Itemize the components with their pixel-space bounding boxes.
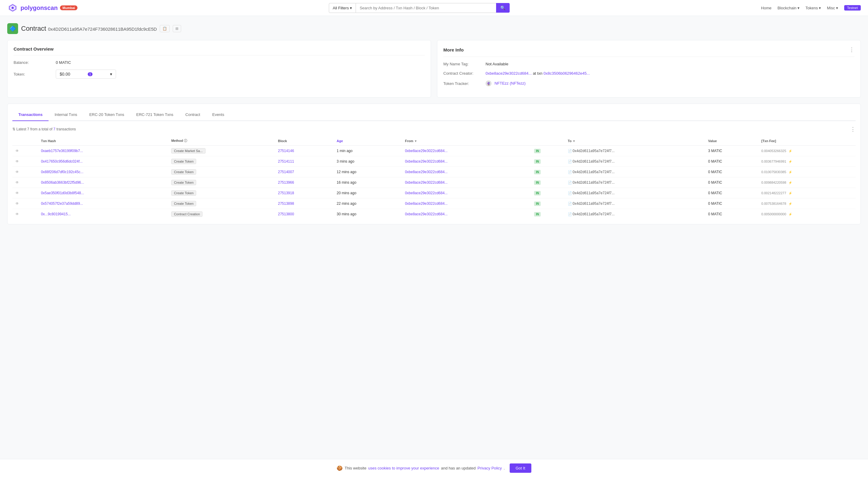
txn-hash-link[interactable]: 0x5ae350f01d0d3b8f548... <box>41 191 84 195</box>
row-to-5: 📄0x4d2d611a95a7e724f7... <box>565 199 705 209</box>
txn-hash-link[interactable]: 0xaeb1757e36199f09b7... <box>41 149 83 153</box>
info-panels: Contract Overview Balance: 0 MATIC Token… <box>7 40 861 98</box>
more-options-button[interactable]: ⋮ <box>849 46 855 53</box>
transactions-section: TransactionsInternal TxnsERC-20 Token Tx… <box>7 104 861 224</box>
row-eye-0[interactable]: 👁 <box>12 146 38 156</box>
page-title: Contract 0x4D2D611a95A7e724F736028611BA9… <box>21 25 157 33</box>
qr-code-button[interactable]: ⊞ <box>173 25 181 32</box>
testnet-badge: Testnet <box>844 5 861 10</box>
lightning-icon: ⚡ <box>788 213 792 216</box>
txn-hash-link[interactable]: 0x8506ab3663bf22f5d96... <box>41 180 84 184</box>
block-link[interactable]: 27514146 <box>278 149 294 153</box>
from-address-link[interactable]: 0xbe8ace29e3022cd684... <box>405 180 447 184</box>
col-age: Age <box>334 136 402 146</box>
from-address-link[interactable]: 0xbe8ace29e3022cd684... <box>405 149 447 153</box>
table-options-button[interactable]: ⋮ <box>850 126 856 133</box>
tracker-link[interactable]: NFTEzz (NFTezz) <box>495 81 526 86</box>
block-link[interactable]: 27514007 <box>278 170 294 174</box>
to-address-link[interactable]: 0x4d2d611a95a7e724f7... <box>572 159 615 164</box>
eye-icon[interactable]: 👁 <box>16 201 19 206</box>
table-row: 👁 0x5ae350f01d0d3b8f548... Create Token … <box>12 188 856 199</box>
from-address-link[interactable]: 0xbe8ace29e3022cd684... <box>405 159 447 164</box>
svg-point-2 <box>11 7 13 9</box>
contract-icon: 🔷 <box>7 23 18 34</box>
to-address-link[interactable]: 0x4d2d611a95a7e724f7... <box>572 191 615 195</box>
eye-icon[interactable]: 👁 <box>16 149 19 153</box>
row-eye-5[interactable]: 👁 <box>12 199 38 209</box>
row-eye-1[interactable]: 👁 <box>12 156 38 167</box>
search-button[interactable]: 🔍 <box>496 3 510 13</box>
from-address-link[interactable]: 0xbe8ace29e3022cd684... <box>405 170 447 174</box>
tracker-value: 🔮 NFTEzz (NFTezz) <box>486 80 526 87</box>
row-eye-3[interactable]: 👁 <box>12 177 38 188</box>
tab-erc-20-token-txns[interactable]: ERC-20 Token Txns <box>83 109 130 121</box>
total-count: 7 <box>53 127 56 131</box>
row-fee-1: 0.003677946991 ⚡ <box>758 156 856 167</box>
row-eye-6[interactable]: 👁 <box>12 209 38 219</box>
txn-hash-link[interactable]: 0x574057f2e37a59dd89... <box>41 201 83 206</box>
creator-txn-link[interactable]: 0x8c3506b06296462e45... <box>544 71 590 76</box>
row-hash-4: 0x5ae350f01d0d3b8f548... <box>38 188 168 199</box>
to-address-link[interactable]: 0x4d2d611a95a7e724f7... <box>572 212 615 216</box>
block-link[interactable]: 27513918 <box>278 191 294 195</box>
tab-events[interactable]: Events <box>206 109 230 121</box>
direction-badge: IN <box>534 159 541 164</box>
row-method-1: Create Token <box>168 156 275 167</box>
row-hash-2: 0x88f206d7df0c192c45c... <box>38 167 168 177</box>
header: polygonscan Mumbai All Filters ▾ 🔍 Home … <box>0 0 868 16</box>
search-input[interactable] <box>356 3 496 13</box>
txn-hash-link[interactable]: 0x...9c80199415... <box>41 212 71 216</box>
from-address-link[interactable]: 0xbe8ace29e3022cd684... <box>405 191 447 195</box>
row-eye-4[interactable]: 👁 <box>12 188 38 199</box>
row-hash-0: 0xaeb1757e36199f09b7... <box>38 146 168 156</box>
contract-overview-panel: Contract Overview Balance: 0 MATIC Token… <box>7 40 431 98</box>
creator-address-link[interactable]: 0xbe8ace29e3022cd684... <box>486 71 532 76</box>
balance-row: Balance: 0 MATIC <box>13 60 425 65</box>
table-meta: ⇅ Latest 7 from a total of 7 transaction… <box>12 126 856 133</box>
nav-tokens[interactable]: Tokens ▾ <box>806 6 821 10</box>
to-filter-icon: ▼ <box>572 139 575 143</box>
block-link[interactable]: 27513898 <box>278 201 294 206</box>
from-address-link[interactable]: 0xbe8ace29e3022cd684... <box>405 201 447 206</box>
nav-misc[interactable]: Misc ▾ <box>827 6 838 10</box>
row-block-6: 27513800 <box>275 209 334 219</box>
method-badge: Create Token <box>171 180 196 185</box>
col-txn-hash: Txn Hash <box>38 136 168 146</box>
eye-icon[interactable]: 👁 <box>16 159 19 164</box>
block-link[interactable]: 27513966 <box>278 180 294 184</box>
filter-button[interactable]: All Filters ▾ <box>329 3 356 13</box>
to-address-link[interactable]: 0x4d2d611a95a7e724f7... <box>572 180 615 184</box>
chevron-down-icon: ▾ <box>350 6 352 10</box>
eye-icon[interactable]: 👁 <box>16 170 19 174</box>
eye-icon[interactable]: 👁 <box>16 180 19 184</box>
row-method-4: Create Token <box>168 188 275 199</box>
tab-internal-txns[interactable]: Internal Txns <box>49 109 83 121</box>
row-from-3: 0xbe8ace29e3022cd684... <box>402 177 531 188</box>
row-age-6: 30 mins ago <box>334 209 402 219</box>
row-hash-6: 0x...9c80199415... <box>38 209 168 219</box>
tab-contract[interactable]: Contract <box>179 109 206 121</box>
txn-hash-link[interactable]: 0x88f206d7df0c192c45c... <box>41 170 84 174</box>
nav-home[interactable]: Home <box>761 6 772 10</box>
from-address-link[interactable]: 0xbe8ace29e3022cd684... <box>405 212 447 216</box>
method-badge: Create Token <box>171 159 196 164</box>
nav-blockchain[interactable]: Blockchain ▾ <box>778 6 800 10</box>
creator-label: Contract Creator: <box>443 71 486 76</box>
txn-hash-link[interactable]: 0x417650c956d6dc024f... <box>41 159 83 164</box>
to-address-link[interactable]: 0x4d2d611a95a7e724f7... <box>572 201 615 206</box>
token-selector[interactable]: $0.00 1 ▾ <box>56 70 116 78</box>
chevron-down-icon: ▾ <box>819 6 821 10</box>
block-link[interactable]: 27513800 <box>278 212 294 216</box>
to-address-link[interactable]: 0x4d2d611a95a7e724f7... <box>572 149 615 153</box>
token-label: Token: <box>13 72 56 76</box>
copy-address-button[interactable]: 📋 <box>160 25 170 32</box>
eye-icon[interactable]: 👁 <box>16 191 19 195</box>
row-eye-2[interactable]: 👁 <box>12 167 38 177</box>
tab-transactions[interactable]: Transactions <box>12 109 49 121</box>
eye-icon[interactable]: 👁 <box>16 212 19 216</box>
tab-erc-721-token-txns[interactable]: ERC-721 Token Txns <box>130 109 179 121</box>
row-to-0: 📄0x4d2d611a95a7e724f7... <box>565 146 705 156</box>
block-link[interactable]: 27514111 <box>278 159 294 164</box>
row-dir-3: IN <box>531 177 564 188</box>
to-address-link[interactable]: 0x4d2d611a95a7e724f7... <box>572 170 615 174</box>
